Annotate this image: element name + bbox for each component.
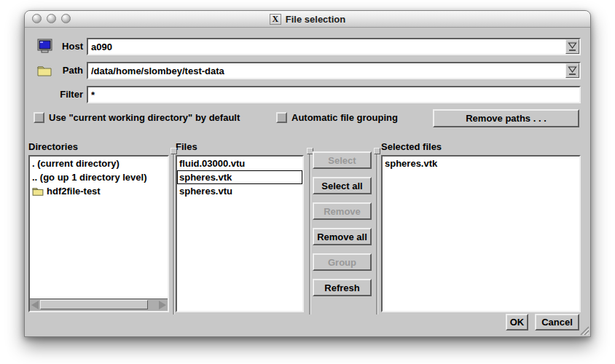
filter-label: Filter [45,89,83,100]
window-title: File selection [286,14,345,25]
path-label: Path [45,65,83,76]
selected-file-item[interactable]: spheres.vtk [383,157,579,170]
dialog-content: Host Path Filt [25,28,590,336]
directories-horizontal-scrollbar[interactable] [30,298,168,311]
splitter-grip[interactable] [374,148,380,154]
directory-item[interactable]: hdf2file-test [30,184,168,198]
use-cwd-checkbox[interactable] [34,112,44,123]
folder-icon [32,186,44,196]
splitter-grip[interactable] [171,148,177,154]
file-item[interactable]: fluid.03000.vtu [177,157,302,170]
files-list[interactable]: fluid.03000.vtu spheres.vtk spheres.vtu [176,155,304,312]
x11-icon: X [270,14,281,25]
filter-input[interactable] [88,87,579,102]
path-input[interactable] [88,63,565,78]
use-cwd-label: Use "current working directory" by defau… [49,112,240,123]
chevron-down-icon [568,66,577,76]
file-item[interactable]: spheres.vtu [177,184,302,198]
directories-header: Directories [28,141,78,152]
path-dropdown-button[interactable] [565,63,579,78]
auto-grouping-checkbox[interactable] [276,112,287,123]
selected-files-list[interactable]: spheres.vtk [381,155,581,312]
select-all-button[interactable]: Select all [313,177,372,194]
remove-button[interactable]: Remove [313,202,372,220]
filter-field [87,86,581,103]
directory-item[interactable]: .. (go up 1 directory level) [30,170,168,184]
directory-item[interactable]: . (current directory) [30,157,168,170]
title-area: X File selection [25,11,590,28]
scroll-right-arrow-icon[interactable] [159,301,166,309]
directories-list[interactable]: . (current directory) .. (go up 1 direct… [28,155,169,312]
select-button[interactable]: Select [313,151,372,169]
files-header: Files [176,141,197,152]
scrollbar-thumb[interactable] [40,300,148,309]
host-label: Host [45,41,83,52]
host-dropdown-button[interactable] [565,39,579,54]
host-input[interactable] [88,39,565,54]
chevron-down-icon [568,41,577,52]
remove-paths-button[interactable]: Remove paths . . . [433,109,579,127]
titlebar[interactable]: X File selection [25,11,590,28]
cancel-button[interactable]: Cancel [535,314,579,331]
resize-grip[interactable] [578,325,589,336]
auto-grouping-label: Automatic file grouping [291,112,398,123]
host-field [87,38,581,55]
remove-all-button[interactable]: Remove all [313,228,372,245]
refresh-button[interactable]: Refresh [313,279,372,296]
splitter-handle[interactable] [374,148,380,314]
file-item-focused[interactable]: spheres.vtk [177,170,302,184]
selected-files-header: Selected files [381,141,442,152]
scroll-left-arrow-icon[interactable] [31,301,39,309]
path-field [87,62,581,79]
group-button[interactable]: Group [313,253,372,271]
ok-button[interactable]: OK [506,314,528,331]
file-selection-window: X File selection Host Path [24,10,591,337]
